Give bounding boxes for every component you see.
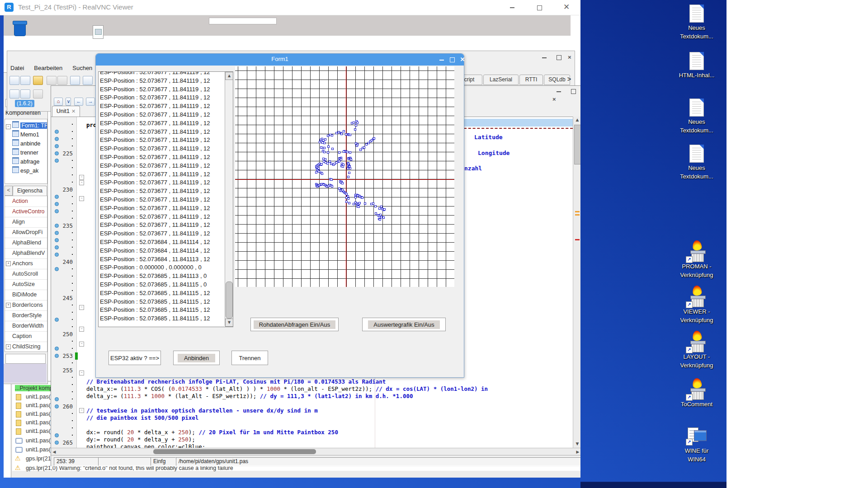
breakpoint-dot-icon[interactable] bbox=[55, 202, 59, 206]
close-icon[interactable]: ✕ bbox=[561, 3, 571, 11]
esp-position-row[interactable]: ESP-Position : 52.073677 , 11.841119 , 1… bbox=[100, 205, 210, 213]
breakpoint-dot-icon[interactable] bbox=[55, 318, 59, 322]
minimize-icon[interactable] bbox=[507, 3, 517, 11]
esp-position-row[interactable]: ESP-Position : 52.073677 , 11.841119 , 1… bbox=[100, 71, 210, 77]
esp-position-row[interactable]: ESP-Position : 52.073677 , 11.841119 , 1… bbox=[100, 179, 210, 187]
esp-position-row[interactable]: ESP-Position : 0.000000 , 0.000000 , 0 bbox=[100, 264, 202, 272]
rohdaten-button[interactable]: RohdatenAbfragen Ein/Aus bbox=[250, 318, 339, 331]
fold-marker-icon[interactable]: − bbox=[79, 196, 84, 201]
property-row-borderwidth[interactable]: BorderWidth bbox=[5, 321, 47, 332]
esp-position-listbox[interactable]: ESP-Position : 52.073677 , 11.841119 , 1… bbox=[98, 71, 233, 327]
dropdown-icon[interactable]: ∨ bbox=[66, 98, 71, 106]
minimize-icon[interactable] bbox=[552, 88, 561, 94]
fold-marker-icon[interactable]: − bbox=[79, 180, 84, 185]
esp-position-row[interactable]: ESP-Position : 52.073677 , 11.841119 , 1… bbox=[100, 188, 210, 196]
vnc-window-titlebar[interactable]: R Test_Pi_24 (TestPi) - RealVNC Viewer ✕ bbox=[0, 0, 580, 15]
property-row-activecontro[interactable]: ActiveContro bbox=[5, 206, 47, 217]
breakpoint-dot-icon[interactable] bbox=[55, 209, 59, 213]
esp-position-row[interactable]: ESP-Position : 52.073677 , 11.841119 , 1… bbox=[100, 213, 210, 221]
breakpoint-dot-icon[interactable] bbox=[55, 137, 59, 141]
vscroll-thumb[interactable] bbox=[574, 125, 580, 164]
tab-eigenschaften[interactable]: Eigenscha bbox=[13, 186, 47, 196]
property-row-bordericons[interactable]: +BorderIcons bbox=[5, 300, 47, 311]
breakpoint-dot-icon[interactable] bbox=[55, 404, 59, 408]
desktop-icon-viewer[interactable]: ↗VIEWER -Verknüpfung bbox=[667, 288, 726, 307]
breakpoint-dot-icon[interactable] bbox=[55, 151, 59, 155]
palette-tab-rtti[interactable]: RTTI bbox=[519, 75, 543, 85]
open-icon[interactable] bbox=[33, 76, 43, 85]
tree-item-abfrage[interactable]: abfrage bbox=[12, 157, 39, 166]
esp-position-row[interactable]: ESP-Position : 52.073685 , 11.841115 , 1… bbox=[100, 290, 210, 298]
breakpoint-dot-icon[interactable] bbox=[55, 441, 59, 445]
esp-position-row[interactable]: ESP-Position : 52.073685 , 11.841115 , 1… bbox=[100, 315, 210, 323]
esp-position-row[interactable]: ESP-Position : 52.073677 , 11.841119 , 1… bbox=[100, 162, 210, 170]
breakpoint-dot-icon[interactable] bbox=[55, 347, 59, 351]
expand-icon[interactable]: + bbox=[6, 303, 11, 308]
property-row-anchors[interactable]: +Anchors bbox=[5, 258, 47, 269]
breakpoint-dot-icon[interactable] bbox=[55, 267, 59, 271]
menu-datei[interactable]: Datei bbox=[10, 65, 24, 71]
esp-position-row[interactable]: ESP-Position : 52.073677 , 11.841119 , 1… bbox=[100, 86, 210, 94]
view-units-icon[interactable] bbox=[70, 76, 80, 85]
menu-bearbeiten[interactable]: Bearbeiten bbox=[34, 65, 62, 71]
breakpoint-dot-icon[interactable] bbox=[55, 144, 59, 148]
scroll-up-icon[interactable]: ▲ bbox=[225, 72, 233, 80]
breakpoint-dot-icon[interactable] bbox=[55, 253, 59, 257]
esp-position-row[interactable]: ESP-Position : 52.073677 , 11.841119 , 1… bbox=[100, 154, 210, 162]
expand-icon[interactable]: + bbox=[6, 344, 11, 349]
tree-item-trenner[interactable]: trenner bbox=[12, 148, 38, 157]
form-toggle-icon[interactable] bbox=[20, 89, 30, 99]
menu-suchen[interactable]: Suchen bbox=[72, 65, 92, 71]
scroll-up-icon[interactable]: ▲ bbox=[573, 117, 580, 122]
close-tab-icon[interactable]: ✕ bbox=[71, 108, 75, 114]
esp-position-row[interactable]: ESP-Position : 52.073685 , 11.841115 , 0 bbox=[100, 281, 207, 289]
esp-position-row[interactable]: ESP-Position : 52.073677 , 11.841119 , 1… bbox=[100, 136, 210, 145]
fold-marker-icon[interactable]: − bbox=[79, 305, 84, 310]
property-row-bidimode[interactable]: BiDiMode bbox=[5, 290, 47, 300]
desktop-icon-htmlinhal[interactable]: HTML-Inhal... bbox=[667, 52, 726, 70]
close-icon[interactable]: × bbox=[552, 96, 556, 103]
property-row-alphablend[interactable]: AlphaBlend bbox=[5, 238, 47, 249]
esp-position-row[interactable]: ESP-Position : 52.073684 , 11.841114 , 1… bbox=[100, 239, 210, 247]
property-row-borderstyle[interactable]: BorderStyle bbox=[5, 310, 47, 321]
breakpoint-dot-icon[interactable] bbox=[55, 130, 59, 134]
anbinden-button[interactable]: Anbinden bbox=[173, 351, 220, 365]
esp-position-row[interactable]: ESP-Position : 52.073677 , 11.841119 , 1… bbox=[100, 94, 210, 102]
desktop-icon-layout[interactable]: ↗LAYOUT -Verknüpfung bbox=[667, 333, 726, 352]
esp-position-row[interactable]: ESP-Position : 52.073677 , 11.841119 , 1… bbox=[100, 128, 210, 136]
desktop-icon-neues[interactable]: NeuesTextdokum... bbox=[667, 5, 726, 23]
desktop-icon-tocomment[interactable]: ↗ToComment bbox=[667, 381, 726, 400]
hscroll-thumb[interactable] bbox=[153, 449, 316, 454]
property-row-action[interactable]: Action bbox=[5, 196, 47, 207]
desktop-icon-proman[interactable]: ↗PROMAN -Verknüpfung bbox=[667, 243, 726, 262]
breakpoint-dot-icon[interactable] bbox=[55, 397, 59, 401]
scroll-right-icon[interactable]: ▶ bbox=[575, 450, 580, 454]
esp-position-row[interactable]: ESP-Position : 52.073677 , 11.841119 , 1… bbox=[100, 103, 210, 111]
esp-position-row[interactable]: ESP-Position : 52.073677 , 11.841119 , 1… bbox=[100, 111, 210, 119]
editor-gutter[interactable]: 225230235240245250253255260265 bbox=[51, 117, 77, 448]
property-row-caption[interactable]: Caption bbox=[5, 331, 47, 342]
save-icon[interactable] bbox=[47, 76, 57, 85]
esp-position-row[interactable]: ESP-Position : 52.073684 , 11.841114 , 1… bbox=[100, 247, 210, 255]
back-icon[interactable]: ← bbox=[74, 98, 83, 106]
esp-position-row[interactable]: ESP-Position : 52.073685 , 11.841115 , 1… bbox=[100, 298, 210, 306]
scroll-down-icon[interactable]: ▼ bbox=[573, 441, 580, 446]
fold-marker-icon[interactable]: − bbox=[79, 342, 84, 347]
tree-item-form1tf[interactable]: − Form1: TF bbox=[6, 121, 47, 130]
auswertegrafik-button[interactable]: Auswertegrafik Ein/Aus bbox=[362, 318, 446, 331]
property-row-align[interactable]: Align bbox=[5, 217, 47, 228]
property-filter-input[interactable] bbox=[5, 354, 46, 364]
view-forms-icon[interactable] bbox=[83, 76, 93, 85]
breakpoint-dot-icon[interactable] bbox=[55, 231, 59, 235]
maximize-icon[interactable] bbox=[567, 88, 576, 94]
esp-position-row[interactable]: ESP-Position : 52.073684 , 11.841113 , 1… bbox=[100, 256, 210, 264]
esp-position-row[interactable]: ESP-Position : 52.073677 , 11.841119 , 1… bbox=[100, 221, 210, 230]
breakpoint-dot-icon[interactable] bbox=[55, 238, 59, 242]
scroll-thumb[interactable] bbox=[226, 282, 233, 319]
esp-position-row[interactable]: ESP-Position : 52.073685 , 11.841115 , 1… bbox=[100, 306, 210, 314]
maximize-icon[interactable] bbox=[552, 54, 561, 61]
palette-tab-lazserial[interactable]: LazSerial bbox=[483, 75, 519, 85]
esp-position-row[interactable]: ESP-Position : 52.073685 , 11.841113 , 0 bbox=[100, 272, 207, 281]
property-row-autosize[interactable]: AutoSize bbox=[5, 279, 47, 290]
palette-overflow-icon[interactable]: > bbox=[565, 75, 573, 84]
